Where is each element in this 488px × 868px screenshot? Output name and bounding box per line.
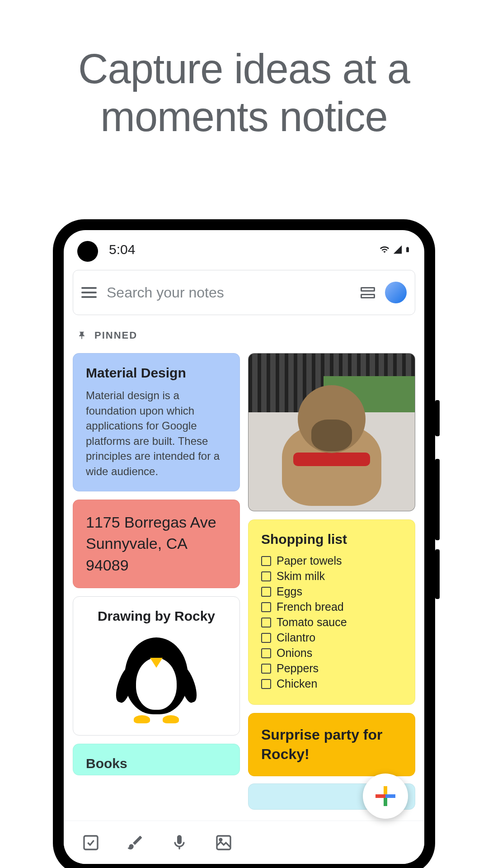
note-body: 1175 Borregas Ave Sunnyvale, CA 94089 xyxy=(86,512,227,576)
drawing-canvas xyxy=(86,627,227,723)
notes-grid: Material Design Material design is a fou… xyxy=(64,348,424,810)
note-title: Drawing by Rocky xyxy=(86,609,227,624)
svg-rect-0 xyxy=(84,836,98,849)
pinned-label: PINNED xyxy=(94,330,137,341)
camera-cutout xyxy=(77,241,98,262)
checkbox-icon[interactable] xyxy=(261,664,271,674)
note-title: Shopping list xyxy=(261,532,402,547)
checkbox-icon[interactable] xyxy=(261,571,271,581)
note-body: Material design is a foundation upon whi… xyxy=(86,388,227,479)
note-card-material-design[interactable]: Material Design Material design is a fou… xyxy=(73,353,240,491)
checkbox-icon[interactable] xyxy=(261,618,271,627)
phone-volume-button xyxy=(435,459,440,540)
marketing-headline: Capture ideas at a moments notice xyxy=(0,0,488,141)
checklist-item[interactable]: Onions xyxy=(261,646,402,660)
checklist-text: Cilantro xyxy=(277,631,315,644)
brush-icon[interactable] xyxy=(126,834,144,852)
checklist-item[interactable]: Skim milk xyxy=(261,570,402,583)
view-toggle-icon[interactable] xyxy=(361,287,375,298)
checklist-text: Peppers xyxy=(277,662,319,675)
note-card-dog-photo[interactable] xyxy=(248,353,415,511)
checkbox-icon[interactable] xyxy=(82,834,100,852)
checkbox-icon[interactable] xyxy=(261,679,271,689)
create-note-fab[interactable] xyxy=(363,774,408,819)
search-input[interactable]: Search your notes xyxy=(107,284,351,301)
status-icons xyxy=(378,244,411,255)
note-card-books[interactable]: Books xyxy=(73,744,240,775)
phone-frame: 5:04 Search your notes PINNED xyxy=(53,219,435,868)
bottom-toolbar xyxy=(64,821,424,864)
dog-photo xyxy=(249,354,415,511)
status-time: 5:04 xyxy=(109,242,135,257)
note-title: Material Design xyxy=(86,365,227,381)
checklist-item[interactable]: Peppers xyxy=(261,662,402,675)
menu-icon[interactable] xyxy=(81,287,97,298)
phone-volume-button xyxy=(435,549,440,599)
profile-avatar[interactable] xyxy=(385,282,407,303)
checklist-item[interactable]: Cilantro xyxy=(261,631,402,644)
checklist-text: Skim milk xyxy=(277,570,325,583)
signal-icon xyxy=(393,245,403,255)
pinned-section-header: PINNED xyxy=(64,315,424,348)
checklist-item[interactable]: Eggs xyxy=(261,585,402,598)
checkbox-icon[interactable] xyxy=(261,587,271,597)
note-title: Surprise party for Rocky! xyxy=(261,725,402,764)
status-bar: 5:04 xyxy=(64,230,424,262)
phone-screen: 5:04 Search your notes PINNED xyxy=(64,230,424,864)
note-card-address[interactable]: 1175 Borregas Ave Sunnyvale, CA 94089 xyxy=(73,500,240,589)
image-icon[interactable] xyxy=(215,834,233,852)
checklist-item[interactable]: French bread xyxy=(261,600,402,613)
checklist-text: Chicken xyxy=(277,677,317,690)
checklist-text: French bread xyxy=(277,600,344,613)
checklist-item[interactable]: Chicken xyxy=(261,677,402,690)
checklist-text: Paper towels xyxy=(277,554,342,567)
microphone-icon[interactable] xyxy=(170,834,188,852)
checklist-text: Tomato sauce xyxy=(277,616,347,629)
penguin-drawing xyxy=(116,633,197,723)
note-card-shopping-list[interactable]: Shopping list Paper towelsSkim milkEggsF… xyxy=(248,519,415,705)
note-card-surprise-party[interactable]: Surprise party for Rocky! xyxy=(248,713,415,776)
note-card-drawing[interactable]: Drawing by Rocky xyxy=(73,596,240,736)
pin-icon xyxy=(77,331,86,340)
checkbox-icon[interactable] xyxy=(261,648,271,658)
search-bar[interactable]: Search your notes xyxy=(73,270,415,315)
checklist-item[interactable]: Tomato sauce xyxy=(261,616,402,629)
plus-icon xyxy=(375,786,395,806)
wifi-icon xyxy=(378,245,391,255)
battery-icon xyxy=(404,244,411,255)
checkbox-icon[interactable] xyxy=(261,602,271,612)
checklist-text: Eggs xyxy=(277,585,302,598)
checklist-item[interactable]: Paper towels xyxy=(261,554,402,567)
checkbox-icon[interactable] xyxy=(261,633,271,643)
phone-power-button xyxy=(435,400,440,436)
checklist-text: Onions xyxy=(277,646,312,660)
checkbox-icon[interactable] xyxy=(261,556,271,566)
svg-point-2 xyxy=(220,838,222,840)
note-title: Books xyxy=(86,756,227,771)
